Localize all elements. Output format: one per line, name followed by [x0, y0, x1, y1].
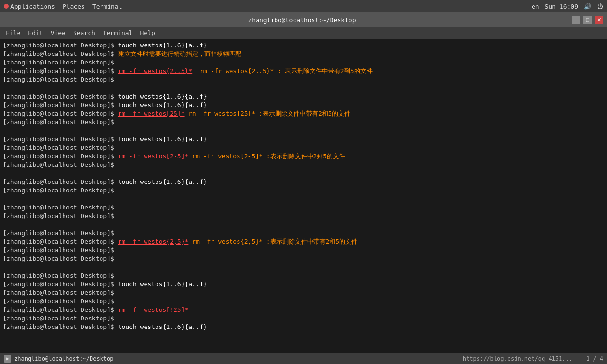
prompt: [zhanglibo@localhost Desktop]$ — [3, 152, 118, 161]
prompt: [zhanglibo@localhost Desktop]$ — [3, 50, 118, 58]
minimize-button[interactable]: ─ — [572, 16, 580, 24]
prompt: [zhanglibo@localhost Desktop]$ — [3, 161, 118, 169]
prompt: [zhanglibo@localhost Desktop]$ — [3, 237, 118, 246]
terminal-line: [zhanglibo@localhost Desktop]$ rm -fr we… — [3, 109, 604, 118]
prompt: [zhanglibo@localhost Desktop]$ — [3, 255, 118, 263]
command: touch westos{1..6}{a..f} — [118, 280, 207, 289]
menu-edit[interactable]: Edit — [24, 28, 46, 37]
prompt: [zhanglibo@localhost Desktop]$ — [3, 314, 118, 323]
terminal-content[interactable]: [zhanglibo@localhost Desktop]$ touch wes… — [0, 39, 607, 353]
status-bar-left: ▶ zhanglibo@localhost:~/Desktop — [4, 355, 114, 363]
applications-menu[interactable]: Applications — [4, 3, 55, 10]
prompt: [zhanglibo@localhost Desktop]$ — [3, 178, 118, 186]
comment: rm -fr westos{2..5}* : 表示删除文件中带有2到5的文件 — [192, 67, 372, 75]
terminal-line: [zhanglibo@localhost Desktop]$ — [3, 255, 604, 263]
command: rm -fr westos{2..5}* — [118, 67, 193, 75]
prompt: [zhanglibo@localhost Desktop]$ — [3, 41, 118, 50]
prompt: [zhanglibo@localhost Desktop]$ — [3, 229, 118, 237]
terminal-line: [zhanglibo@localhost Desktop]$ — [3, 314, 604, 323]
window-title: zhanglibo@localhost:~/Desktop — [32, 17, 572, 24]
terminal-line: [zhanglibo@localhost Desktop]$ — [3, 118, 604, 127]
terminal-line: [zhanglibo@localhost Desktop]$ rm -fr we… — [3, 67, 604, 75]
prompt: [zhanglibo@localhost Desktop]$ — [3, 58, 118, 67]
maximize-button[interactable]: □ — [583, 16, 592, 24]
places-label: Places — [63, 3, 85, 10]
terminal-line: [zhanglibo@localhost Desktop]$ rm -fr we… — [3, 237, 604, 246]
applications-label: Applications — [10, 3, 55, 10]
system-bar-left: Applications Places Terminal — [4, 3, 122, 10]
terminal-line: [zhanglibo@localhost Desktop]$ — [3, 58, 604, 67]
command: touch westos{1..6}{a..f} — [118, 135, 207, 144]
terminal-line — [3, 84, 604, 92]
prompt: [zhanglibo@localhost Desktop]$ — [3, 246, 118, 255]
terminal-line: [zhanglibo@localhost Desktop]$ — [3, 229, 604, 237]
command: rm -fr westos[!25]* — [118, 306, 189, 314]
prompt: [zhanglibo@localhost Desktop]$ — [3, 101, 118, 109]
terminal-line: [zhanglibo@localhost Desktop]$ — [3, 75, 604, 84]
prompt: [zhanglibo@localhost Desktop]$ — [3, 272, 118, 280]
volume-icon[interactable]: 🔊 — [584, 3, 591, 10]
prompt: [zhanglibo@localhost Desktop]$ — [3, 67, 118, 75]
terminal-line: [zhanglibo@localhost Desktop]$ touch wes… — [3, 101, 604, 109]
terminal-label: Terminal — [92, 3, 122, 10]
terminal-line: [zhanglibo@localhost Desktop]$ — [3, 203, 604, 212]
status-bar: ▶ zhanglibo@localhost:~/Desktop https://… — [0, 353, 607, 364]
terminal-line: [zhanglibo@localhost Desktop]$ touch wes… — [3, 178, 604, 186]
command: touch westos{1..6}{a..f} — [118, 178, 207, 186]
terminal-line — [3, 195, 604, 203]
prompt: [zhanglibo@localhost Desktop]$ — [3, 75, 118, 84]
terminal-line: [zhanglibo@localhost Desktop]$ 建立文件时需要进行… — [3, 50, 604, 58]
terminal-line: [zhanglibo@localhost Desktop]$ touch wes… — [3, 323, 604, 331]
prompt: [zhanglibo@localhost Desktop]$ — [3, 212, 118, 220]
system-bar: Applications Places Terminal en Sun 16:0… — [0, 0, 607, 13]
menu-view[interactable]: View — [47, 28, 69, 37]
command: touch westos{1..6}{a..f} — [118, 92, 207, 101]
command: rm -fr westos[25]* — [118, 109, 185, 118]
terminal-line: [zhanglibo@localhost Desktop]$ — [3, 272, 604, 280]
command: touch westos{1..6}{a..f} — [118, 101, 207, 109]
terminal-line — [3, 169, 604, 178]
page-info: 1 / 4 — [586, 355, 603, 362]
terminal-line — [3, 127, 604, 135]
menu-file[interactable]: File — [2, 28, 24, 37]
terminal-menu[interactable]: Terminal — [92, 3, 122, 10]
prompt: [zhanglibo@localhost Desktop]$ — [3, 306, 118, 314]
menu-search[interactable]: Search — [69, 28, 99, 37]
terminal-line: [zhanglibo@localhost Desktop]$ touch wes… — [3, 280, 604, 289]
menu-terminal[interactable]: Terminal — [99, 28, 137, 37]
command: touch westos{1..6}{a..f} — [118, 323, 207, 331]
prompt: [zhanglibo@localhost Desktop]$ — [3, 323, 118, 331]
prompt: [zhanglibo@localhost Desktop]$ — [3, 144, 118, 152]
prompt: [zhanglibo@localhost Desktop]$ — [3, 289, 118, 297]
title-bar: zhanglibo@localhost:~/Desktop ─ □ ✕ — [0, 13, 607, 27]
window-controls: ─ □ ✕ — [572, 16, 603, 24]
prompt: [zhanglibo@localhost Desktop]$ — [3, 118, 118, 127]
terminal-line — [3, 263, 604, 272]
places-menu[interactable]: Places — [63, 3, 85, 10]
menu-bar: File Edit View Search Terminal Help — [0, 27, 607, 39]
terminal-line: [zhanglibo@localhost Desktop]$ — [3, 186, 604, 195]
prompt: [zhanglibo@localhost Desktop]$ — [3, 135, 118, 144]
prompt: [zhanglibo@localhost Desktop]$ — [3, 109, 118, 118]
terminal-line: [zhanglibo@localhost Desktop]$ touch wes… — [3, 135, 604, 144]
comment: 建立文件时需要进行精确指定，而非模糊匹配 — [118, 50, 241, 58]
prompt: [zhanglibo@localhost Desktop]$ — [3, 92, 118, 101]
status-window-title: zhanglibo@localhost:~/Desktop — [14, 355, 114, 362]
app-dot-icon — [4, 4, 9, 9]
terminal-window: zhanglibo@localhost:~/Desktop ─ □ ✕ File… — [0, 13, 607, 364]
comment: rm -fr westos{2,5}* :表示删除文件中带有2和5的文件 — [188, 237, 358, 246]
clock: Sun 16:09 — [545, 3, 578, 10]
terminal-line: [zhanglibo@localhost Desktop]$ — [3, 297, 604, 306]
terminal-status-icon: ▶ — [4, 355, 11, 363]
terminal-line: [zhanglibo@localhost Desktop]$ — [3, 212, 604, 220]
menu-help[interactable]: Help — [137, 28, 159, 37]
terminal-line: [zhanglibo@localhost Desktop]$ touch wes… — [3, 92, 604, 101]
prompt: [zhanglibo@localhost Desktop]$ — [3, 280, 118, 289]
comment: rm -fr westos[25]* :表示删除文件中带有2和5的文件 — [185, 109, 350, 118]
power-icon[interactable]: ⏻ — [597, 3, 603, 10]
command: rm -fr westos[2-5]* — [118, 152, 189, 161]
terminal-line: [zhanglibo@localhost Desktop]$ touch wes… — [3, 41, 604, 50]
terminal-line: [zhanglibo@localhost Desktop]$ rm -fr we… — [3, 306, 604, 314]
terminal-line: [zhanglibo@localhost Desktop]$ — [3, 289, 604, 297]
close-button[interactable]: ✕ — [595, 16, 603, 24]
